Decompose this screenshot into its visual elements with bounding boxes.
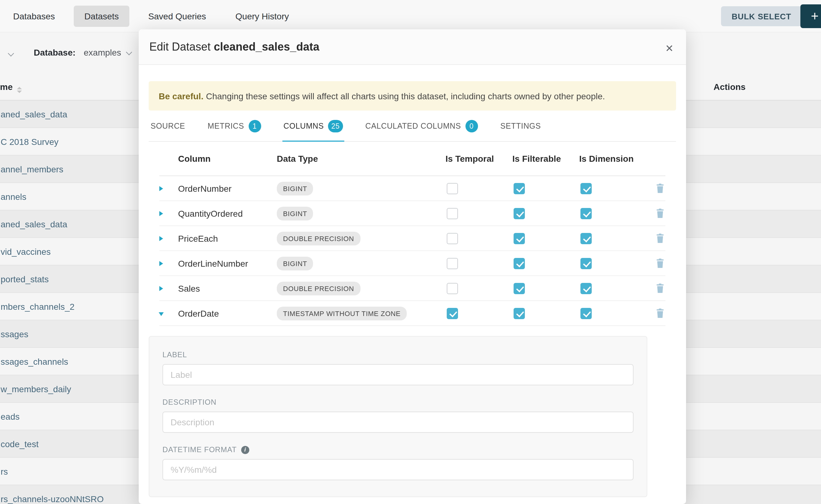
is-temporal-header: Is Temporal bbox=[446, 154, 512, 164]
dataset-link[interactable]: annels bbox=[1, 191, 27, 201]
expand-caret-icon[interactable] bbox=[159, 236, 163, 241]
delete-column-icon[interactable] bbox=[655, 284, 665, 293]
table-row: OrderNumber BIGINT bbox=[159, 176, 665, 201]
expand-caret-icon[interactable] bbox=[159, 286, 163, 291]
warning-banner: Be careful. Changing these settings will… bbox=[149, 81, 676, 111]
dataset-link[interactable]: C 2018 Survey bbox=[1, 136, 58, 146]
is-dimension-checkbox[interactable] bbox=[581, 258, 592, 269]
table-row: PriceEach DOUBLE PRECISION bbox=[159, 226, 665, 251]
chevron-down-icon[interactable] bbox=[8, 50, 14, 57]
is-filterable-checkbox[interactable] bbox=[514, 308, 525, 319]
expand-caret-icon[interactable] bbox=[159, 186, 163, 191]
is-filterable-header: Is Filterable bbox=[512, 154, 579, 164]
dataset-link[interactable]: annel_members bbox=[1, 164, 63, 174]
collapse-caret-icon[interactable] bbox=[159, 312, 164, 316]
warning-bold: Be careful. bbox=[159, 91, 206, 101]
dataset-link[interactable]: aned_sales_data bbox=[1, 109, 67, 119]
label-input[interactable] bbox=[162, 364, 634, 385]
is-temporal-checkbox[interactable] bbox=[447, 283, 458, 294]
chevron-down-icon bbox=[126, 49, 132, 55]
dataset-link[interactable]: ported_stats bbox=[1, 274, 49, 284]
dataset-link[interactable]: eads bbox=[1, 411, 20, 421]
dataset-link[interactable]: rs_channels-uzooNNtSRO bbox=[1, 494, 104, 504]
column-name: QuantityOrdered bbox=[178, 208, 277, 218]
description-input[interactable] bbox=[162, 412, 634, 433]
dataset-link[interactable]: aned_sales_data bbox=[1, 219, 67, 229]
is-temporal-checkbox[interactable] bbox=[447, 308, 458, 319]
description-field-group: DESCRIPTION bbox=[162, 398, 634, 433]
table-row: Sales DOUBLE PRECISION bbox=[159, 276, 665, 301]
tab-label: SOURCE bbox=[151, 122, 185, 131]
dataset-link[interactable]: w_members_daily bbox=[1, 384, 71, 394]
column-name: OrderLineNumber bbox=[178, 258, 277, 268]
is-filterable-checkbox[interactable] bbox=[514, 208, 525, 219]
database-filter-select[interactable]: examples bbox=[84, 47, 131, 57]
dataset-link[interactable]: vid_vaccines bbox=[1, 246, 51, 256]
name-column-header[interactable]: me bbox=[0, 82, 22, 93]
tab-settings[interactable]: SETTINGS bbox=[499, 111, 542, 141]
top-nav: Databases Datasets Saved Queries Query H… bbox=[0, 0, 821, 32]
data-type-pill: TIMESTAMP WITHOUT TIME ZONE bbox=[277, 306, 407, 320]
nav-item-query-history[interactable]: Query History bbox=[225, 5, 299, 27]
datetime-format-field-group: DATETIME FORMAT i bbox=[162, 445, 634, 480]
is-dimension-checkbox[interactable] bbox=[581, 233, 592, 244]
is-temporal-checkbox[interactable] bbox=[447, 233, 458, 244]
delete-column-icon[interactable] bbox=[655, 259, 665, 268]
tab-columns[interactable]: COLUMNS 25 bbox=[282, 111, 344, 141]
is-dimension-checkbox[interactable] bbox=[581, 183, 592, 194]
delete-column-icon[interactable] bbox=[655, 184, 665, 193]
label-field-group: LABEL bbox=[162, 350, 634, 385]
dataset-link[interactable]: code_test bbox=[1, 439, 38, 449]
modal-tabs: SOURCE METRICS 1 COLUMNS 25 CALCULATED C… bbox=[149, 111, 676, 142]
data-type-pill: BIGINT bbox=[277, 181, 313, 195]
nav-item-databases[interactable]: Databases bbox=[2, 5, 66, 27]
dataset-link[interactable]: ssages_channels bbox=[1, 356, 68, 366]
info-icon[interactable]: i bbox=[241, 446, 249, 454]
edit-dataset-modal: Edit Datasetcleaned_sales_data ✕ Be care… bbox=[139, 29, 686, 504]
modal-header: Edit Datasetcleaned_sales_data ✕ bbox=[139, 29, 686, 65]
expand-caret-icon[interactable] bbox=[159, 261, 163, 266]
data-type-pill: BIGINT bbox=[277, 206, 313, 220]
database-filter-label: Database: bbox=[34, 47, 76, 57]
column-name: Sales bbox=[178, 283, 277, 293]
column-detail-panel: LABEL DESCRIPTION DATETIME FORMAT i bbox=[149, 336, 647, 497]
column-name: OrderDate bbox=[178, 308, 277, 318]
expand-caret-icon[interactable] bbox=[159, 211, 163, 216]
dataset-link[interactable]: rs bbox=[1, 466, 8, 476]
dataset-link[interactable]: mbers_channels_2 bbox=[1, 301, 75, 311]
modal-title: Edit Datasetcleaned_sales_data bbox=[149, 40, 319, 53]
is-dimension-checkbox[interactable] bbox=[581, 308, 592, 319]
is-dimension-checkbox[interactable] bbox=[581, 283, 592, 294]
tab-label: CALCULATED COLUMNS bbox=[365, 122, 461, 131]
is-filterable-checkbox[interactable] bbox=[514, 233, 525, 244]
is-dimension-checkbox[interactable] bbox=[581, 208, 592, 219]
columns-table-header: Column Data Type Is Temporal Is Filterab… bbox=[159, 142, 665, 176]
is-filterable-checkbox[interactable] bbox=[514, 283, 525, 294]
data-type-pill: DOUBLE PRECISION bbox=[277, 281, 360, 295]
nav-item-saved-queries[interactable]: Saved Queries bbox=[137, 5, 216, 27]
tab-metrics[interactable]: METRICS 1 bbox=[206, 111, 262, 141]
tab-source[interactable]: SOURCE bbox=[149, 111, 186, 141]
label-field-label: LABEL bbox=[162, 350, 634, 359]
is-temporal-checkbox[interactable] bbox=[447, 258, 458, 269]
delete-column-icon[interactable] bbox=[655, 209, 665, 218]
data-type-pill: DOUBLE PRECISION bbox=[277, 231, 360, 245]
is-filterable-checkbox[interactable] bbox=[514, 258, 525, 269]
warning-text: Changing these settings will affect all … bbox=[206, 91, 605, 101]
tab-calculated-columns[interactable]: CALCULATED COLUMNS 0 bbox=[364, 111, 479, 141]
delete-column-icon[interactable] bbox=[655, 234, 665, 243]
sort-icon[interactable] bbox=[17, 87, 22, 93]
close-icon[interactable]: ✕ bbox=[665, 42, 674, 54]
is-temporal-checkbox[interactable] bbox=[447, 208, 458, 219]
datetime-format-input[interactable] bbox=[162, 459, 634, 480]
is-filterable-checkbox[interactable] bbox=[514, 183, 525, 194]
delete-column-icon[interactable] bbox=[655, 309, 665, 318]
modal-title-dataset-name: cleaned_sales_data bbox=[214, 40, 319, 53]
column-name: PriceEach bbox=[178, 233, 277, 243]
app-root: Databases Datasets Saved Queries Query H… bbox=[0, 0, 821, 504]
bulk-select-button[interactable]: BULK SELECT bbox=[721, 6, 802, 26]
dataset-link[interactable]: ssages bbox=[1, 329, 28, 339]
add-dataset-button[interactable]: + bbox=[800, 4, 821, 28]
is-temporal-checkbox[interactable] bbox=[447, 183, 458, 194]
nav-item-datasets[interactable]: Datasets bbox=[74, 5, 130, 27]
